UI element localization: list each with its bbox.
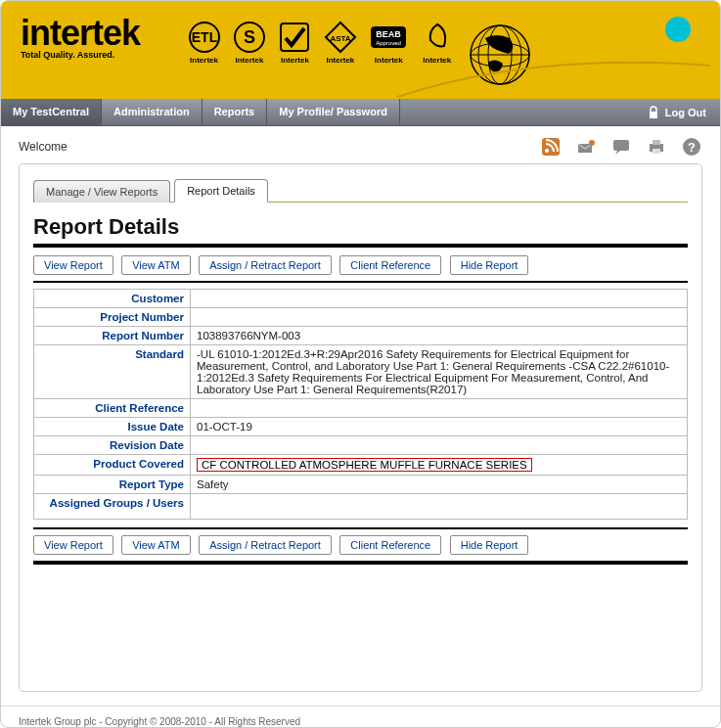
- table-row: Product CoveredCF CONTROLLED ATMOSPHERE …: [34, 455, 688, 476]
- svg-rect-21: [653, 140, 660, 145]
- button-row-bottom: View Report View ATM Assign / Retract Re…: [33, 535, 688, 555]
- footer: Intertek Group plc - Copyright © 2008-20…: [1, 705, 720, 728]
- brand-logo: intertek Total Quality. Assured.: [21, 13, 140, 60]
- tab-bar: Manage / View Reports Report Details: [33, 178, 688, 203]
- customer-label: Customer: [34, 290, 191, 308]
- svg-text:S: S: [244, 27, 255, 47]
- nav-profile-password[interactable]: My Profile/ Password: [267, 99, 400, 125]
- table-row: Issue Date01-OCT-19: [34, 418, 688, 436]
- logout-button[interactable]: Log Out: [638, 99, 720, 125]
- main-nav: My TestCentral Administration Reports My…: [1, 99, 720, 126]
- project-number-label: Project Number: [34, 308, 191, 327]
- client-reference-button[interactable]: Client Reference: [339, 535, 441, 555]
- button-row-top: View Report View ATM Assign / Retract Re…: [33, 255, 688, 275]
- table-row: Standard-UL 61010-1:2012Ed.3+R:29Apr2016…: [34, 345, 688, 399]
- print-icon[interactable]: [646, 136, 667, 158]
- issue-date-value: 01-OCT-19: [191, 418, 688, 436]
- svg-point-17: [545, 149, 549, 153]
- svg-text:Approved: Approved: [376, 40, 401, 46]
- welcome-bar: Welcome ?: [19, 136, 702, 158]
- view-report-button[interactable]: View Report: [33, 255, 113, 275]
- page-title: Report Details: [33, 214, 688, 240]
- report-type-label: Report Type: [34, 476, 191, 494]
- lock-icon: [648, 106, 659, 119]
- svg-rect-15: [650, 112, 657, 118]
- table-row: Customer: [34, 290, 688, 308]
- separator: [33, 281, 688, 283]
- svg-text:BEAB: BEAB: [377, 29, 402, 39]
- separator: [33, 244, 688, 248]
- check-mark-icon: Intertek: [278, 21, 311, 65]
- table-row: Assigned Groups / Users: [34, 494, 688, 520]
- product-covered-value: CF CONTROLLED ATMOSPHERE MUFFLE FURNACE …: [191, 455, 688, 476]
- tab-manage-view-reports[interactable]: Manage / View Reports: [33, 180, 170, 203]
- rss-icon[interactable]: [540, 136, 562, 158]
- table-row: Report TypeSafety: [34, 476, 688, 494]
- help-icon[interactable]: ?: [681, 136, 702, 158]
- svg-rect-19: [613, 140, 629, 151]
- report-type-value: Safety: [191, 476, 688, 494]
- table-row: Report Number103893766NYM-003: [34, 327, 688, 345]
- nav-administration[interactable]: Administration: [102, 99, 203, 125]
- assigned-groups-value: [191, 494, 688, 520]
- client-reference-label: Client Reference: [34, 399, 191, 418]
- s-mark-icon: S Intertek: [233, 21, 266, 65]
- svg-text:ETL: ETL: [191, 29, 217, 45]
- revision-date-value: [191, 436, 688, 455]
- report-number-label: Report Number: [34, 327, 191, 345]
- customer-value: [191, 290, 688, 308]
- report-card: Manage / View Reports Report Details Rep…: [19, 163, 702, 692]
- logout-label: Log Out: [665, 107, 706, 118]
- hide-report-button[interactable]: Hide Report: [450, 535, 529, 555]
- etl-mark-icon: ETL Intertek: [188, 21, 221, 65]
- beab-mark-icon: BEABApproved Intertek: [369, 21, 408, 65]
- table-row: Client Reference: [34, 399, 688, 418]
- header-banner: intertek Total Quality. Assured. ETL Int…: [1, 1, 720, 99]
- separator: [33, 527, 688, 529]
- standard-label: Standard: [34, 345, 191, 399]
- svg-rect-22: [653, 149, 660, 154]
- standard-value: -UL 61010-1:2012Ed.3+R:29Apr2016 Safety …: [191, 345, 688, 399]
- nav-my-testcentral[interactable]: My TestCentral: [1, 99, 102, 125]
- view-atm-button[interactable]: View ATM: [121, 535, 191, 555]
- nav-reports[interactable]: Reports: [203, 99, 268, 125]
- separator: [33, 561, 688, 565]
- hide-report-button[interactable]: Hide Report: [450, 255, 529, 275]
- assign-retract-button[interactable]: Assign / Retract Report: [199, 255, 332, 275]
- client-reference-button[interactable]: Client Reference: [339, 255, 441, 275]
- revision-date-label: Revision Date: [34, 436, 191, 455]
- view-report-button[interactable]: View Report: [33, 535, 113, 555]
- product-covered-highlight: CF CONTROLLED ATMOSPHERE MUFFLE FURNACE …: [197, 458, 532, 472]
- asta-mark-icon: ASTA Intertek: [324, 21, 357, 65]
- table-row: Project Number: [34, 308, 688, 327]
- svg-text:?: ?: [688, 140, 696, 155]
- mailbox-icon[interactable]: [575, 136, 597, 158]
- product-covered-label: Product Covered: [34, 455, 191, 476]
- client-reference-value: [191, 399, 688, 418]
- assigned-groups-label: Assigned Groups / Users: [34, 494, 191, 520]
- welcome-text: Welcome: [19, 140, 526, 154]
- tab-report-details[interactable]: Report Details: [174, 179, 268, 203]
- table-row: Revision Date: [34, 436, 688, 455]
- chat-icon[interactable]: [610, 136, 632, 158]
- banner-swoosh: [397, 62, 710, 101]
- svg-rect-4: [281, 23, 308, 51]
- view-atm-button[interactable]: View ATM: [121, 255, 191, 275]
- status-dot: [665, 17, 691, 42]
- svg-point-18: [589, 140, 595, 146]
- project-number-value: [191, 308, 688, 327]
- leaf-mark-icon: Intertek: [421, 21, 454, 65]
- svg-text:ASTA: ASTA: [330, 34, 350, 43]
- brand-wordmark: intertek: [21, 13, 140, 53]
- details-table: Customer Project Number Report Number103…: [33, 289, 688, 520]
- issue-date-label: Issue Date: [34, 418, 191, 436]
- assign-retract-button[interactable]: Assign / Retract Report: [199, 535, 332, 555]
- report-number-value: 103893766NYM-003: [191, 327, 688, 345]
- copyright-text: Intertek Group plc - Copyright © 2008-20…: [19, 716, 702, 727]
